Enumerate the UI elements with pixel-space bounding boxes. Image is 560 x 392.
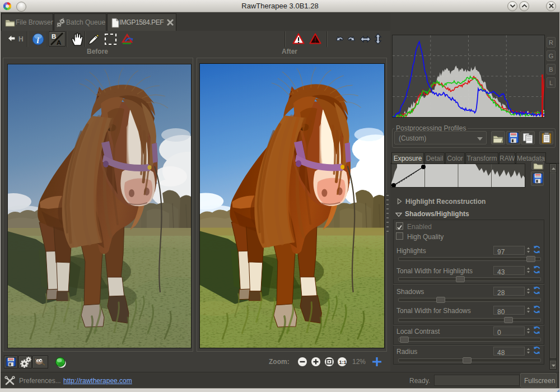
svg-text:B: B <box>52 33 56 40</box>
svg-text:A: A <box>57 39 61 45</box>
svg-text:H: H <box>18 35 24 43</box>
svg-text:1:1: 1:1 <box>339 360 346 365</box>
